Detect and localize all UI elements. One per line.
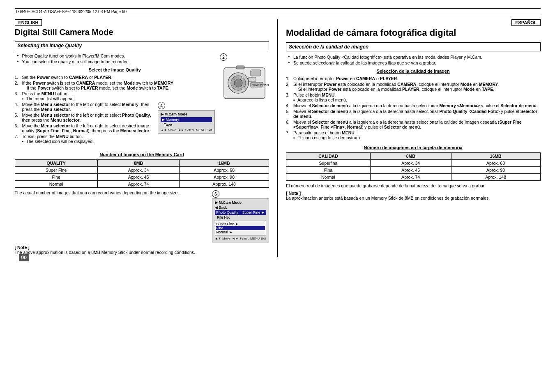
- sub-normal: Normal ►: [216, 230, 265, 234]
- select-heading-es: Selección de la calidad de imagen: [286, 69, 541, 74]
- step-es-2: 2.Si el interruptor Power está colocado …: [286, 82, 541, 92]
- table-row: Superfina Aprox. 34 Aprox. 68: [286, 160, 541, 167]
- step-es-5: 5.Mueva el Selector de menú a la izquier…: [286, 109, 541, 119]
- menu-footer-2: ▲▼ Move ◄► Select MENU Exit: [215, 237, 266, 240]
- calidad-fina: Fina: [286, 167, 371, 174]
- col-8mb-es: 8MB: [370, 153, 451, 160]
- col-16mb-es: 16MB: [451, 153, 540, 160]
- step-en-2: 2.If the Power switch is set to CAMERA m…: [15, 81, 269, 90]
- calidad-superfina: Superfina: [286, 160, 371, 167]
- page-ref: 00840E SCD451 USA+ESP~118 3/22/05 12:03 …: [16, 9, 127, 14]
- section-title-en: Selecting the Image Quality: [15, 41, 269, 50]
- table-row: Fine Approx. 45 Approx. 90: [15, 174, 269, 181]
- table-row: Normal Approx. 74 Approx. 148: [15, 181, 269, 188]
- step-en-1: 1.Set the Power switch to CAMERA or PLAY…: [15, 75, 269, 80]
- table-row: Fina Aprox. 45 Aprox. 90: [286, 167, 541, 174]
- col-quality: QUALITY: [15, 160, 97, 167]
- page-number: 90: [19, 254, 29, 261]
- step-es-4: 4.Mueva el Selector de menú a la izquier…: [286, 103, 541, 108]
- quality-submenu: Super Fine ► Fine Normal ►: [215, 221, 266, 235]
- steps-en: 1.Set the Power switch to CAMERA or PLAY…: [15, 75, 269, 144]
- lang-badge-en: ENGLISH: [15, 19, 42, 26]
- bullet-es-1: La función Photo Quality <Calidad fotogr…: [288, 55, 541, 60]
- page-header: 00840E SCD451 USA+ESP~118 3/22/05 12:03 …: [15, 8, 541, 15]
- menu-title-2: ▶ M.Cam Mode: [215, 201, 266, 205]
- bullet-en-1: Photo Quality function works in Player/M…: [16, 53, 269, 58]
- table-heading-en: Number of Images on the Memory Card: [15, 152, 269, 157]
- col-8mb-en: 8MB: [97, 160, 179, 167]
- diagram-cam6: 6 ▶ M.Cam Mode ◀ Back Photo QualitySuper…: [212, 190, 269, 242]
- step-es-7: 7.Para salir, pulse el botón MENU. El ic…: [286, 130, 541, 140]
- menu-item-photoquality: Photo QualitySuper Fine ►: [215, 210, 266, 215]
- quality-fine: Fine: [15, 174, 97, 181]
- sub-fine: Fine: [216, 226, 265, 230]
- column-divider: [277, 19, 278, 257]
- english-column: ENGLISH Digital Still Camera Mode Select…: [15, 19, 269, 257]
- section-title-es: Selección de la calidad de imagen: [286, 42, 541, 51]
- table-section-es: Número de imágenes en la tarjeta de memo…: [286, 145, 541, 181]
- back-nav: ◀ Back: [215, 205, 266, 210]
- table-heading-es: Número de imágenes en la tarjeta de memo…: [286, 145, 541, 150]
- note-en: [ Note ] The above approximation is base…: [15, 245, 269, 255]
- step-es-3: 3.Pulse el botón MENU. Aparece la lista …: [286, 92, 541, 102]
- quality-normal: Normal: [15, 181, 97, 188]
- quality-superfine: Super Fine: [15, 167, 97, 174]
- step-en-3: 3.Press the MENU button. The menu list w…: [15, 91, 269, 101]
- images-table-es: CALIDAD 8MB 16MB Superfina Aprox. 34 Apr…: [286, 152, 541, 181]
- calidad-normal: Normal: [286, 174, 371, 181]
- main-title-en: Digital Still Camera Mode: [15, 28, 269, 37]
- step-en-6: 6.Move the Menu selector to the left or …: [15, 123, 269, 133]
- menu-screenshot-2: ▶ M.Cam Mode ◀ Back Photo QualitySuper F…: [212, 198, 269, 242]
- table-row: Normal Aprox. 74 Aprox. 148: [286, 174, 541, 181]
- step-en-7: 7.To exit, press the MENU button. The se…: [15, 134, 269, 144]
- table-row: Super Fine Approx. 34 Approx. 68: [15, 167, 269, 174]
- steps-es: 1.Coloque el interruptor Power en CAMERA…: [286, 76, 541, 140]
- step-es-6: 6.Mueva el Selector de menú a la izquier…: [286, 120, 541, 129]
- menu-item-fileno: File No.: [215, 215, 266, 220]
- col-16mb-en: 16MB: [180, 160, 269, 167]
- svg-rect-7: [236, 66, 244, 69]
- step-es-1: 1.Coloque el interruptor Power en CAMERA…: [286, 76, 541, 81]
- sub-superfine: Super Fine ►: [216, 222, 265, 226]
- note-es: [ Nota ] La aproximación anterior está b…: [286, 191, 541, 201]
- main-title-es: Modalidad de cámara fotográfica digital: [286, 28, 541, 38]
- diagram-num-6: 6: [212, 190, 219, 198]
- step-en-4: 4.Move the Menu selector to the left or …: [15, 102, 269, 112]
- images-table-en: QUALITY 8MB 16MB Super Fine Approx. 34 A…: [15, 159, 269, 188]
- bullets-es: La función Photo Quality <Calidad fotogr…: [286, 55, 541, 65]
- spanish-column: ESPAÑOL Modalidad de cámara fotográfica …: [286, 19, 541, 257]
- step-en-5: 5.Move the Menu selector to the left or …: [15, 113, 269, 122]
- lang-badge-es: ESPAÑOL: [511, 19, 540, 26]
- note-above-es: El número real de imágenes que puede gra…: [286, 183, 541, 188]
- col-calidad: CALIDAD: [286, 153, 371, 160]
- bullet-en-2: You can select the quality of a still im…: [16, 59, 269, 64]
- table-section-en: Number of Images on the Memory Card QUAL…: [15, 152, 269, 188]
- bullet-es-2: Se puede seleccionar la calidad de las i…: [288, 60, 541, 65]
